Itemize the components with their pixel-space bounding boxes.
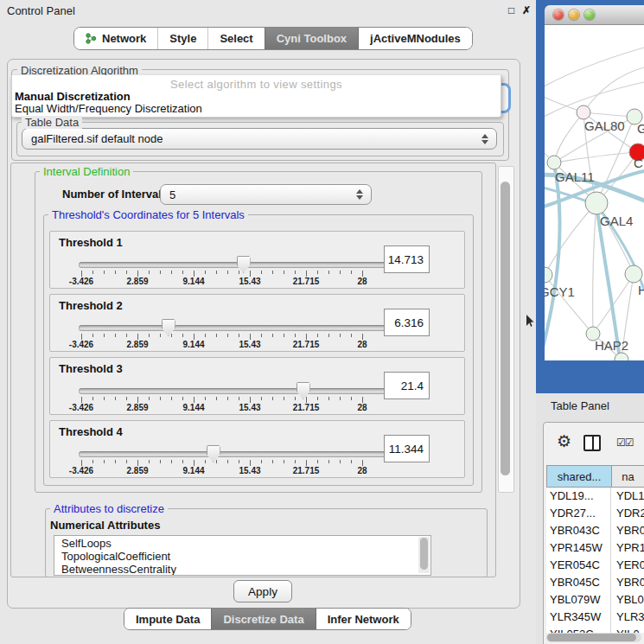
algorithm-dropdown-popup: Select algorithm to view settings Manual… [11,75,501,118]
tab-jactivemnodules[interactable]: jActiveMNodules [358,28,472,49]
list-item[interactable]: TopologicalCoefficient [54,549,430,562]
table-row[interactable]: YBR043CYBR0 [546,522,644,539]
network-edge[interactable] [545,48,644,91]
spinner-arrows-icon [481,134,488,144]
table-row[interactable]: YBR045CYBR0 [546,574,644,591]
thresholds-container: Threshold 1-3.4262.8599.14415.4321.71528… [49,231,465,484]
table-data-combo[interactable]: galFiltered.sif default node [22,128,497,150]
network-node-h[interactable] [625,265,642,283]
slider-tick-labels: -3.4262.8599.14415.4321.71528 [50,403,464,413]
table-cell: YLR3 [611,609,644,626]
table-header-shared-[interactable]: shared... [546,465,611,488]
threshold-value-field[interactable]: 21.4 [384,372,430,399]
vertical-scrollbar-thumb[interactable] [501,182,510,475]
table-cell: YBR0 [611,574,644,591]
list-item[interactable]: SelfLoops [54,536,430,549]
tick-label: 9.144 [182,403,204,412]
table-cell: YPR145W [546,539,611,557]
number-of-intervals-combo[interactable]: 5 [160,184,372,205]
list-scrollbar-thumb[interactable] [420,538,428,570]
slider-tick-labels: -3.4262.8599.14415.4321.71528 [50,340,464,350]
network-node-gcy1[interactable] [545,267,552,283]
tab-select[interactable]: Select [207,28,264,49]
check-columns-icon[interactable]: ☑☑ [616,437,634,449]
tab-label: Style [169,32,196,45]
columns-icon[interactable] [583,435,601,451]
attributes-group-label: Attributes to discretize [50,502,168,515]
tab-label: Discretize Data [223,613,303,626]
close-traffic-light[interactable] [553,10,564,20]
tick-label: 15.43 [239,277,260,286]
tick-label: 15.43 [239,403,260,412]
control-panel-title: Control Panel [7,4,75,17]
table-cell: YLR345W [546,609,611,626]
zoom-traffic-light[interactable] [584,10,595,20]
list-item[interactable]: BetweennessCentrality [54,562,430,575]
threshold-value-field[interactable]: 11.344 [384,435,430,462]
slider-track[interactable] [79,388,386,394]
tab-infer-network[interactable]: Infer Network [316,609,411,629]
horizontal-scrollbar[interactable] [546,633,641,642]
threshold-panel-3: Threshold 3-3.4262.8599.14415.4321.71528… [49,357,465,415]
network-edge[interactable] [554,152,638,163]
tab-network[interactable]: Network [74,28,157,49]
table-cell: YDR2 [611,505,644,522]
table-row[interactable]: YPR145WYPR1 [546,539,644,557]
slider-track[interactable] [79,451,386,457]
network-edge[interactable] [545,203,596,275]
node-label: GAL11 [555,169,595,184]
table-cell: YBR0 [611,522,644,539]
tab-discretize-data[interactable]: Discretize Data [211,609,315,629]
network-edge[interactable] [593,203,596,334]
network-node[interactable] [615,353,628,360]
threshold-panel-1: Threshold 1-3.4262.8599.14415.4321.71528… [49,231,465,289]
network-node-gal80[interactable] [577,105,590,119]
tab-label: Network [102,32,146,45]
gear-icon[interactable]: ⚙ [557,433,571,450]
tick-label: 15.43 [239,466,260,475]
tab-impute-data[interactable]: Impute Data [124,609,211,629]
node-label: H [638,283,644,297]
threshold-label: Threshold 3 [59,362,123,375]
apply-button[interactable]: Apply [233,580,292,603]
tab-cyni-toolbox[interactable]: Cyni Toolbox [265,28,358,49]
table-header-na[interactable]: na [611,465,644,488]
table-row[interactable]: YLR345WYLR3 [546,609,644,626]
tick-label: -3.426 [69,403,93,412]
slider-track[interactable] [79,325,386,331]
table-row[interactable]: YER054CYER0 [546,557,644,574]
mouse-cursor [526,315,535,327]
tab-style[interactable]: Style [157,28,207,49]
tick-label: 2.859 [126,277,148,286]
close-window-icon[interactable]: ✗ [522,5,531,16]
table-data-label: Table Data [22,116,82,129]
list-scrollbar[interactable] [418,537,430,573]
tick-label: 28 [357,466,367,475]
table-row[interactable]: YBL079WYBL0 [546,591,644,609]
option-equal-width-frequency[interactable]: Equal Width/Frequency Discretization [15,102,202,115]
table-row[interactable]: YIL052CYIL0 [546,626,644,633]
horizontal-scrollbar-thumb[interactable] [547,634,636,641]
float-window-icon[interactable]: □ [508,5,514,16]
numerical-attributes-list[interactable]: SelfLoopsTopologicalCoefficientBetweenne… [54,535,431,576]
slider-tick-labels: -3.4262.8599.14415.4321.71528 [50,466,464,476]
vertical-scrollbar[interactable] [498,166,514,493]
option-manual-discretization[interactable]: Manual Discretization [15,90,131,103]
table-row[interactable]: YDR27...YDR2 [546,505,644,522]
network-canvas[interactable]: GAL80GACGAL11GAL4GCY1HHAP2 [545,25,644,360]
network-node-gal11[interactable] [547,156,561,169]
network-window-titlebar[interactable] [545,5,644,25]
threshold-value-field[interactable]: 14.713 [384,245,430,273]
network-node-gal4[interactable] [585,192,608,214]
network-edge[interactable] [554,112,583,163]
node-label: C [634,156,643,170]
table-cell: YPR1 [611,539,644,557]
slider-track[interactable] [79,262,386,268]
tick-label: 28 [357,340,367,349]
tab-label: Impute Data [136,613,200,626]
minimize-traffic-light[interactable] [569,10,579,20]
threshold-value-field[interactable]: 6.316 [384,309,430,336]
threshold-label: Threshold 1 [59,236,123,249]
tick-label: 21.715 [293,277,320,286]
table-row[interactable]: YDL19...YDL1 [546,488,644,505]
